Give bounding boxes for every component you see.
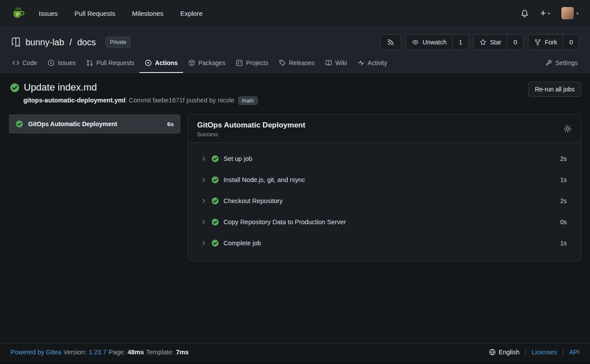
issue-circle-icon bbox=[48, 59, 55, 66]
job-panel-title-block: GitOps Automatic Deployment Success bbox=[197, 121, 305, 138]
repo-tabs: Code Issues Pull Requests Actions bbox=[0, 55, 590, 73]
pull-request-icon bbox=[86, 59, 93, 66]
step-duration: 2s bbox=[560, 155, 567, 162]
run-header: Update index.md gitops-automatic-deploym… bbox=[0, 73, 590, 105]
star-count[interactable]: 0 bbox=[507, 35, 523, 50]
step-row[interactable]: Set up job 2s bbox=[188, 148, 581, 169]
step-success-check-icon bbox=[211, 155, 219, 163]
chevron-right-icon bbox=[201, 198, 207, 204]
tab-label: Releases bbox=[289, 59, 315, 66]
footer-divider: | bbox=[562, 349, 564, 356]
tab-issues[interactable]: Issues bbox=[42, 55, 81, 73]
author-name[interactable]: nicole bbox=[218, 97, 235, 104]
star-icon bbox=[480, 39, 487, 46]
step-success-check-icon bbox=[211, 176, 219, 184]
tab-actions[interactable]: Actions bbox=[139, 55, 183, 73]
fork-count[interactable]: 0 bbox=[563, 35, 579, 50]
top-navbar: Issues Pull Requests Milestones Explore … bbox=[0, 0, 590, 26]
repo-action-buttons: Unwatch 1 Star 0 bbox=[380, 34, 579, 50]
step-list: Set up job 2s Install Node.js, git, and … bbox=[188, 143, 581, 261]
repo-title: bunny-lab / docs Private bbox=[11, 37, 131, 47]
nav-pull-requests[interactable]: Pull Requests bbox=[74, 10, 115, 17]
tab-pull-requests[interactable]: Pull Requests bbox=[81, 55, 139, 73]
eye-icon bbox=[412, 39, 419, 46]
language-selector[interactable]: English bbox=[489, 349, 520, 356]
private-badge: Private bbox=[106, 37, 131, 47]
tab-activity[interactable]: Activity bbox=[352, 55, 392, 73]
tab-settings[interactable]: Settings bbox=[540, 55, 583, 73]
play-circle-icon bbox=[145, 59, 152, 66]
licenses-link[interactable]: Licenses bbox=[532, 349, 557, 356]
powered-by-gitea-link[interactable]: Powered by Gitea bbox=[11, 349, 61, 356]
gitea-logo[interactable] bbox=[11, 6, 26, 20]
step-duration: 1s bbox=[560, 176, 567, 183]
rerun-all-jobs-button[interactable]: Re-run all jobs bbox=[528, 82, 581, 97]
api-link[interactable]: API bbox=[569, 349, 579, 356]
tab-label: Settings bbox=[555, 59, 578, 66]
chevron-down-icon: ▾ bbox=[576, 11, 579, 16]
step-name: Set up job bbox=[224, 155, 252, 162]
step-success-check-icon bbox=[211, 218, 219, 226]
tab-label: Actions bbox=[155, 59, 177, 66]
page-label: Page: bbox=[109, 349, 125, 356]
tab-packages[interactable]: Packages bbox=[183, 55, 231, 73]
footer-divider: | bbox=[525, 349, 527, 356]
footer-right: English | Licenses | API bbox=[489, 349, 579, 356]
step-row[interactable]: Copy Repository Data to Production Serve… bbox=[188, 211, 581, 233]
gear-icon[interactable] bbox=[563, 121, 572, 133]
tab-label: Wiki bbox=[335, 59, 347, 66]
chevron-right-icon bbox=[201, 240, 207, 246]
tab-label: Activity bbox=[368, 59, 387, 66]
notifications-bell-icon[interactable] bbox=[520, 9, 529, 18]
nav-milestones[interactable]: Milestones bbox=[132, 10, 164, 17]
star-button[interactable]: Star 0 bbox=[473, 34, 524, 50]
repo-name-link[interactable]: docs bbox=[77, 37, 95, 47]
code-icon bbox=[12, 59, 19, 66]
step-row[interactable]: Checkout Repository 2s bbox=[188, 190, 581, 211]
step-row[interactable]: Complete job 1s bbox=[188, 233, 581, 254]
tab-wiki[interactable]: Wiki bbox=[320, 55, 352, 73]
job-list-item[interactable]: GitOps Automatic Deployment 6s bbox=[9, 114, 180, 134]
star-label: Star bbox=[490, 39, 502, 46]
version-label: Version: bbox=[63, 349, 86, 356]
job-sidebar: GitOps Automatic Deployment 6s bbox=[9, 114, 180, 134]
footer-left: Powered by Gitea Version: 1.23.7 Page: 4… bbox=[11, 349, 189, 356]
workflow-file-link[interactable]: gitops-automatic-deployment.yml bbox=[23, 97, 125, 104]
create-new-button[interactable]: + ▾ bbox=[540, 8, 550, 18]
nav-issues[interactable]: Issues bbox=[39, 10, 58, 17]
commit-prefix: : Commit bbox=[125, 97, 153, 104]
package-icon bbox=[188, 59, 195, 66]
repo-icon bbox=[11, 37, 21, 47]
unwatch-button[interactable]: Unwatch 1 bbox=[406, 34, 469, 50]
chevron-right-icon bbox=[201, 156, 207, 162]
navbar-right: + ▾ ▾ bbox=[520, 7, 579, 19]
main-nav: Issues Pull Requests Milestones Explore bbox=[39, 10, 202, 17]
job-success-check-icon bbox=[15, 120, 23, 128]
job-panel-title: GitOps Automatic Deployment bbox=[197, 121, 305, 130]
pushed-by-text: pushed by bbox=[185, 97, 218, 104]
success-check-icon bbox=[10, 83, 20, 93]
rss-button[interactable] bbox=[380, 34, 401, 50]
tab-code[interactable]: Code bbox=[7, 55, 42, 73]
watch-count[interactable]: 1 bbox=[452, 35, 469, 50]
template-time: 7ms bbox=[176, 349, 189, 356]
job-duration: 6s bbox=[167, 121, 174, 127]
fork-icon bbox=[534, 39, 541, 46]
tab-projects[interactable]: Projects bbox=[231, 55, 274, 73]
rss-icon bbox=[387, 39, 394, 46]
step-name: Install Node.js, git, and rsync bbox=[224, 176, 305, 183]
project-board-icon bbox=[236, 59, 243, 66]
chevron-right-icon bbox=[201, 177, 207, 183]
nav-explore[interactable]: Explore bbox=[180, 10, 203, 17]
tab-releases[interactable]: Releases bbox=[274, 55, 320, 73]
step-row[interactable]: Install Node.js, git, and rsync 1s bbox=[188, 169, 581, 190]
job-detail-panel: GitOps Automatic Deployment Success bbox=[188, 114, 581, 261]
version-link[interactable]: 1.23.7 bbox=[89, 349, 106, 356]
repo-owner-link[interactable]: bunny-lab bbox=[26, 37, 64, 47]
commit-hash[interactable]: faebe1671f bbox=[153, 97, 185, 104]
user-menu[interactable]: ▾ bbox=[561, 7, 579, 19]
branch-badge[interactable]: main bbox=[238, 96, 258, 105]
page: Issues Pull Requests Milestones Explore … bbox=[0, 0, 590, 364]
fork-button[interactable]: Fork 0 bbox=[528, 34, 579, 50]
tab-label: Pull Requests bbox=[96, 59, 134, 66]
